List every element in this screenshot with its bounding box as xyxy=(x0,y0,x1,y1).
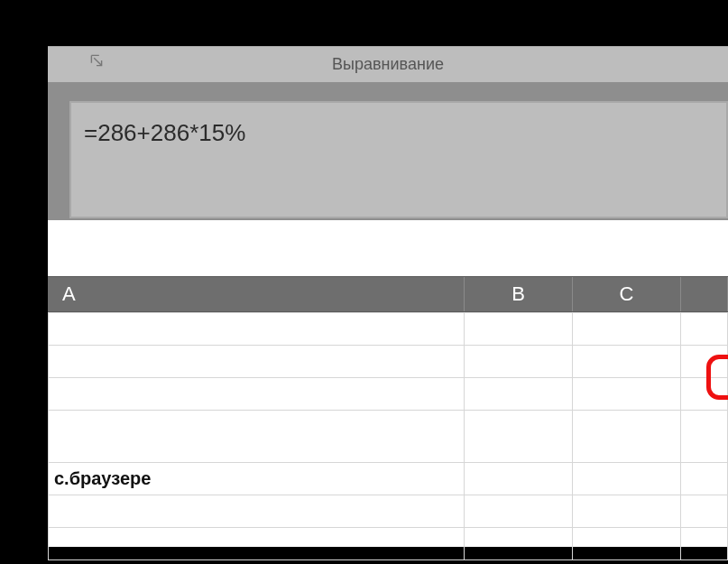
cell[interactable] xyxy=(49,346,465,378)
spreadsheet-grid[interactable]: с.браузере xyxy=(48,312,728,547)
ribbon-separator xyxy=(48,82,728,98)
column-header-c-label: C xyxy=(620,282,634,306)
cell[interactable] xyxy=(465,463,573,495)
table-row xyxy=(49,378,728,411)
table-row xyxy=(49,528,728,560)
cell[interactable] xyxy=(573,313,681,346)
table-row xyxy=(49,313,728,346)
cell[interactable]: с.браузере xyxy=(49,463,465,495)
table-row xyxy=(49,495,728,528)
cell[interactable] xyxy=(49,411,465,463)
column-header-a[interactable]: A xyxy=(48,277,465,311)
cell[interactable] xyxy=(49,313,465,346)
highlight-annotation xyxy=(706,355,728,400)
cell[interactable] xyxy=(681,313,728,346)
formula-bar-text: =286+286*15% xyxy=(84,119,245,146)
cell[interactable] xyxy=(465,346,573,378)
column-header-c[interactable]: C xyxy=(573,277,681,311)
cell[interactable] xyxy=(49,528,465,560)
table-row xyxy=(49,346,728,378)
table-row xyxy=(49,411,728,463)
sheet-top-gap xyxy=(48,220,728,276)
cell[interactable] xyxy=(573,495,681,528)
cell[interactable] xyxy=(49,378,465,411)
column-header-d[interactable] xyxy=(681,277,728,311)
ribbon-group-strip: Выравнивание xyxy=(48,46,728,82)
cell[interactable] xyxy=(573,378,681,411)
cell[interactable] xyxy=(573,411,681,463)
cell[interactable] xyxy=(681,411,728,463)
column-header-b[interactable]: B xyxy=(465,277,573,311)
cell[interactable] xyxy=(681,528,728,560)
cell[interactable] xyxy=(681,463,728,495)
cell[interactable] xyxy=(573,463,681,495)
cell[interactable] xyxy=(573,528,681,560)
column-header-a-label: A xyxy=(62,282,76,306)
cell[interactable] xyxy=(681,495,728,528)
cell[interactable] xyxy=(465,411,573,463)
column-header-b-label: B xyxy=(511,282,525,306)
ribbon-group-label: Выравнивание xyxy=(332,55,444,74)
cell[interactable] xyxy=(573,346,681,378)
column-headers: A B C xyxy=(48,276,728,312)
cell[interactable] xyxy=(49,495,465,528)
cell[interactable] xyxy=(465,378,573,411)
formula-bar[interactable]: =286+286*15% xyxy=(69,101,728,218)
table-row: с.браузере xyxy=(49,463,728,495)
cell[interactable] xyxy=(465,313,573,346)
dialog-launcher-icon[interactable] xyxy=(90,54,106,70)
cell[interactable] xyxy=(465,495,573,528)
cell[interactable] xyxy=(465,528,573,560)
